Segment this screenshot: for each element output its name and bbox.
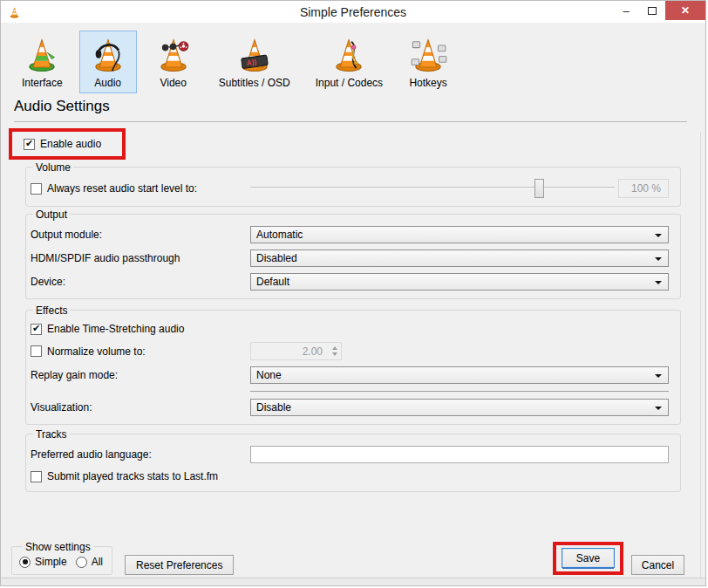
window-title: Simple Preferences: [1, 5, 705, 19]
lastfm-row[interactable]: Submit played tracks stats to Last.fm: [31, 470, 218, 482]
normalize-volume-checkbox[interactable]: [31, 345, 42, 357]
chevron-down-icon: [655, 407, 662, 410]
check-icon: ✔: [32, 324, 40, 333]
tab-label: Audio: [94, 77, 121, 89]
lastfm-label: Submit played tracks stats to Last.fm: [47, 470, 218, 482]
hdmi-passthrough-select[interactable]: Disabled: [250, 250, 669, 267]
normalize-volume-row[interactable]: Normalize volume to:: [31, 345, 250, 358]
page-title: Audio Settings: [14, 98, 705, 115]
reset-audio-level-checkbox[interactable]: [31, 183, 42, 195]
footer: Show settings Simple All Reset Preferenc…: [11, 542, 684, 575]
tab-label: Interface: [22, 77, 63, 89]
tab-label: Subtitles / OSD: [219, 77, 290, 89]
enable-audio-label: Enable audio: [40, 138, 101, 150]
preferred-audio-language-label: Preferred audio language:: [31, 448, 250, 461]
radio-simple-label: Simple: [35, 556, 67, 568]
reset-preferences-button[interactable]: Reset Preferences: [125, 555, 234, 575]
group-tracks: Tracks Preferred audio language: Submit …: [25, 434, 681, 492]
normalize-volume-spinner[interactable]: 2.00: [250, 342, 342, 360]
spinner-up-icon: [332, 346, 337, 350]
volume-level-field: 100 %: [618, 179, 669, 198]
volume-slider-handle[interactable]: [534, 179, 544, 198]
reset-audio-level-label: Always reset audio start level to:: [47, 182, 197, 195]
save-button[interactable]: Save: [562, 548, 615, 568]
preferences-toolbar: Interface Audio Video: [1, 23, 705, 96]
vlc-cone-input-icon: [329, 35, 369, 76]
vlc-cone-hotkeys-icon: [408, 35, 448, 76]
device-value: Default: [256, 276, 289, 288]
tab-subtitles-osd[interactable]: A)) Subtitles / OSD: [210, 31, 299, 93]
tab-video[interactable]: Video: [145, 31, 202, 93]
show-settings-group: Show settings Simple All: [11, 546, 112, 575]
show-settings-label: Show settings: [23, 541, 93, 553]
group-output: Output Output module: Automatic HDMI/SPD…: [25, 214, 681, 299]
titlebar[interactable]: Simple Preferences – ✕: [1, 1, 705, 23]
volume-slider[interactable]: [250, 179, 615, 198]
replay-gain-label: Replay gain mode:: [31, 369, 250, 381]
vlc-cone-audio-icon: [88, 35, 128, 76]
annotation-save: Save: [553, 542, 623, 575]
volume-slider-track[interactable]: [250, 187, 615, 189]
visualization-label: Visualization:: [31, 401, 250, 414]
minimize-button[interactable]: –: [613, 1, 639, 21]
check-icon: ✔: [25, 139, 33, 148]
effects-divider: [250, 391, 669, 392]
vlc-cone-subtitles-icon: A)): [235, 35, 275, 76]
close-button[interactable]: ✕: [665, 1, 705, 20]
group-output-label: Output: [33, 209, 70, 221]
tab-hotkeys[interactable]: Hotkeys: [399, 31, 457, 93]
radio-simple[interactable]: [19, 557, 31, 568]
vlc-app-icon: [8, 5, 21, 20]
panel-right-border: [700, 132, 701, 578]
radio-simple-row[interactable]: Simple: [19, 556, 67, 568]
time-stretch-checkbox[interactable]: ✔: [31, 324, 42, 335]
radio-all-label: All: [92, 556, 103, 568]
tab-label: Input / Codecs: [316, 77, 383, 89]
chevron-down-icon: [655, 257, 662, 261]
radio-all[interactable]: [76, 557, 87, 568]
tab-label: Video: [160, 77, 186, 89]
chevron-down-icon: [655, 374, 662, 378]
tab-input-codecs[interactable]: Input / Codecs: [307, 31, 391, 93]
preferred-audio-language-input[interactable]: [250, 446, 669, 463]
heading-divider: [14, 121, 687, 122]
svg-text:A)): A)): [246, 58, 257, 68]
enable-audio-checkbox[interactable]: ✔: [24, 139, 35, 150]
vlc-cone-video-icon: [153, 35, 194, 76]
minimize-icon: –: [623, 4, 629, 17]
maximize-button[interactable]: [639, 1, 665, 21]
annotation-enable-audio: ✔ Enable audio: [9, 128, 126, 160]
group-volume-label: Volume: [33, 161, 73, 174]
close-icon: ✕: [681, 4, 690, 17]
lastfm-checkbox[interactable]: [31, 471, 42, 482]
reset-audio-level-row[interactable]: Always reset audio start level to:: [31, 182, 250, 195]
simple-preferences-window: Simple Preferences – ✕ Interface: [0, 0, 706, 586]
vlc-cone-interface-icon: [22, 35, 62, 76]
enable-audio-row[interactable]: ✔ Enable audio: [24, 138, 101, 150]
group-effects-label: Effects: [33, 304, 70, 317]
window-bottom-border: [1, 578, 705, 586]
output-module-select[interactable]: Automatic: [250, 226, 669, 243]
output-module-label: Output module:: [31, 229, 250, 241]
normalize-volume-label: Normalize volume to:: [47, 345, 146, 358]
maximize-icon: [648, 7, 657, 15]
tab-audio[interactable]: Audio: [79, 31, 137, 93]
spinner-arrows[interactable]: [328, 343, 341, 359]
replay-gain-select[interactable]: None: [250, 366, 669, 384]
visualization-select[interactable]: Disable: [250, 399, 669, 416]
device-select[interactable]: Default: [250, 273, 669, 291]
replay-gain-value: None: [256, 369, 282, 381]
hdmi-passthrough-value: Disabled: [256, 252, 297, 264]
visualization-value: Disable: [256, 401, 291, 414]
tab-label: Hotkeys: [409, 77, 446, 89]
time-stretch-row[interactable]: ✔ Enable Time-Stretching audio: [31, 323, 184, 335]
chevron-down-icon: [655, 281, 662, 284]
radio-all-row[interactable]: All: [76, 556, 103, 568]
normalize-volume-value: 2.00: [251, 343, 328, 359]
tab-interface[interactable]: Interface: [13, 31, 71, 93]
group-volume: Volume Always reset audio start level to…: [25, 167, 681, 207]
cancel-button[interactable]: Cancel: [631, 555, 684, 575]
spinner-down-icon: [332, 352, 337, 356]
output-module-value: Automatic: [256, 229, 303, 241]
chevron-down-icon: [655, 234, 662, 237]
